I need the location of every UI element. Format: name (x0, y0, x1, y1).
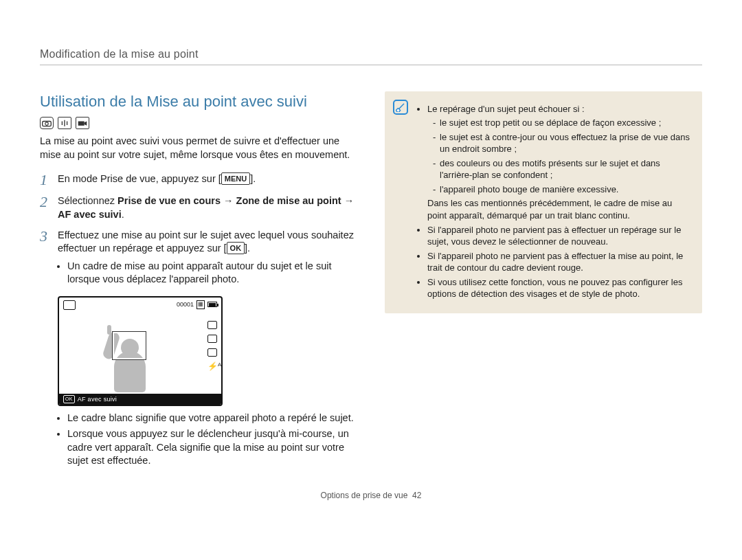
ok-indicator-icon: OK (63, 395, 75, 403)
intro-text: La mise au point avec suivi vous permet … (40, 135, 357, 161)
ok-key-icon: OK (227, 242, 245, 254)
step-text: En mode Prise de vue, appuyez sur [MENU]… (58, 172, 357, 188)
note-icon (393, 100, 408, 115)
step-number: 2 (40, 194, 51, 221)
bold-text: AF avec suivi (58, 209, 122, 220)
list-item: Le cadre blanc signifie que votre appare… (67, 412, 357, 425)
lcd-bottombar: OK AF avec suivi (59, 394, 221, 405)
focus-frame (113, 332, 146, 359)
step-number: 1 (40, 172, 51, 188)
after-lcd-bullets: Le cadre blanc signifie que votre appare… (58, 412, 357, 468)
text: Effectuez une mise au point sur le sujet… (58, 229, 354, 254)
mode-icons (40, 117, 357, 129)
program-mode-icon (40, 117, 54, 129)
list-item: Si l'appareil photo ne parvient pas à ef… (427, 224, 691, 248)
text: Sélectionnez (58, 195, 117, 206)
page-number: 42 (412, 491, 421, 500)
lcd-caption: AF avec suivi (78, 395, 117, 403)
arrow-icon: → (341, 195, 355, 206)
content-columns: Utilisation de la Mise au point avec sui… (40, 91, 702, 471)
list-item: le sujet est à contre-jour ou vous effec… (433, 131, 691, 155)
page-footer: Options de prise de vue 42 (40, 490, 702, 501)
arrow-icon: → (221, 195, 236, 206)
text: Dans les cas mentionnés précédemment, le… (427, 197, 691, 221)
page: Modification de la mise au point Utilisa… (0, 0, 742, 501)
lcd-preview: 00001 ▦ ⚡ᴬ (58, 296, 223, 406)
list-item: des couleurs ou des motifs présents sur … (433, 157, 691, 181)
text: Le repérage d'un sujet peut échouer si : (427, 104, 585, 114)
svg-point-1 (45, 122, 48, 125)
iso-icon (207, 348, 217, 357)
bold-text: Prise de vue en cours (117, 195, 221, 206)
step-2: 2 Sélectionnez Prise de vue en cours → Z… (40, 194, 357, 221)
shot-counter: 00001 (177, 300, 194, 309)
right-column: Le repérage d'un sujet peut échouer si :… (385, 91, 702, 471)
lcd-side-icons: ⚡ᴬ (207, 321, 217, 370)
step-text: Sélectionnez Prise de vue en cours → Zon… (58, 194, 357, 221)
text: ]. (245, 243, 250, 254)
dis-mode-icon (58, 117, 71, 129)
sub-bullet-list: Un cadre de mise au point apparaît autou… (58, 260, 357, 287)
tip-list: Le repérage d'un sujet peut échouer si :… (418, 103, 691, 300)
list-item: Le repérage d'un sujet peut échouer si :… (427, 103, 691, 222)
list-item: Si l'appareil photo ne parvient pas à ef… (427, 250, 691, 274)
list-item: l'appareil photo bouge de manière excess… (433, 183, 691, 196)
text: . (122, 209, 124, 220)
step-1: 1 En mode Prise de vue, appuyez sur [MEN… (40, 172, 357, 188)
list-item: Lorsque vous appuyez sur le déclencheur … (67, 427, 357, 468)
sub-list: le sujet est trop petit ou se déplace de… (427, 117, 691, 195)
lcd-topbar: 00001 ▦ (63, 300, 217, 309)
battery-icon (207, 302, 217, 307)
left-column: Utilisation de la Mise au point avec sui… (40, 91, 357, 471)
text: En mode Prise de vue, appuyez sur [ (58, 173, 221, 184)
menu-key-icon: MENU (221, 172, 250, 185)
footer-label: Options de prise de vue (321, 491, 408, 500)
movie-mode-icon (76, 117, 89, 129)
step-number: 3 (40, 229, 51, 289)
steps-list: 1 En mode Prise de vue, appuyez sur [MEN… (40, 172, 357, 289)
flash-icon: ⚡ᴬ (207, 362, 217, 370)
bold-text: Zone de mise au point (236, 195, 341, 206)
step-text: Effectuez une mise au point sur le sujet… (58, 229, 357, 289)
quality-icon (207, 335, 217, 343)
tip-box: Le repérage d'un sujet peut échouer si :… (385, 91, 702, 313)
photo-size-icon (207, 321, 217, 329)
list-item: le sujet est trop petit ou se déplace de… (433, 117, 691, 129)
svg-rect-2 (78, 122, 85, 126)
step-3: 3 Effectuez une mise au point sur le suj… (40, 229, 357, 289)
list-item: Un cadre de mise au point apparaît autou… (67, 260, 357, 287)
list-item: Si vous utilisez cette fonction, vous ne… (427, 276, 691, 300)
text: ]. (250, 173, 256, 184)
page-title: Utilisation de la Mise au point avec sui… (40, 91, 357, 112)
quality-icon: ▦ (196, 300, 205, 309)
section-title: Modification de la mise au point (40, 47, 702, 65)
